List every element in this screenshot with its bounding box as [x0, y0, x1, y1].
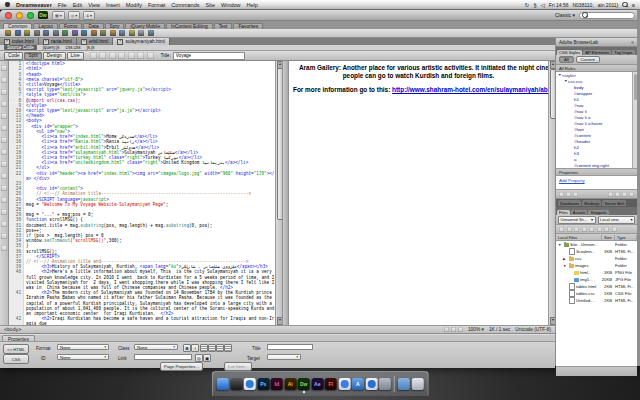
related-file-source-code[interactable]: Source Code: [4, 45, 37, 50]
dock-icon-photoshop[interactable]: Ps: [257, 378, 269, 390]
preview-in-browser-icon[interactable]: [99, 52, 106, 59]
comment-icon[interactable]: [110, 30, 116, 36]
file-row[interactable]: 3coulmn...3KBHTML Fi...: [556, 248, 637, 255]
refresh-icon[interactable]: [109, 52, 116, 59]
document-tab-sulaymaniyah.html[interactable]: ×sulaymaniyah.html: [113, 38, 170, 45]
menu-view[interactable]: View: [88, 2, 100, 8]
panel-tab-bindings[interactable]: Bindings: [582, 200, 601, 206]
select-parent-tag-icon[interactable]: [1, 125, 7, 131]
input-menu-icon[interactable]: §: [533, 2, 536, 8]
column-header-size[interactable]: Size: [602, 235, 615, 240]
menu-help[interactable]: Help: [247, 2, 258, 8]
split-view-button[interactable]: Split: [24, 52, 41, 60]
dock-icon-documents-folder[interactable]: [398, 378, 410, 390]
all-rules-button[interactable]: All: [559, 56, 574, 63]
panel-menu-icon[interactable]: ≡: [631, 40, 634, 45]
close-tab-icon[interactable]: ×: [117, 39, 123, 45]
css-rule[interactable]: #content img.right: [556, 162, 637, 168]
head-icon[interactable]: [119, 30, 125, 36]
format-select[interactable]: None▾: [57, 344, 109, 350]
file-row[interactable]: Untitled-...2KBHTML Fi...: [556, 297, 637, 304]
menu-insert[interactable]: Insert: [106, 2, 120, 8]
apply-comment-icon[interactable]: [1, 185, 7, 191]
remove-blockquote-icon[interactable]: [224, 344, 232, 352]
menu-site[interactable]: Site: [205, 2, 214, 8]
server-include-icon[interactable]: [100, 30, 106, 36]
document-tab-erbil.html[interactable]: ×erbil.html: [77, 38, 113, 45]
unordered-list-icon[interactable]: [200, 344, 208, 352]
expand-all-icon[interactable]: [1, 113, 7, 119]
show-code-navigator-icon[interactable]: [1, 77, 7, 83]
show-only-set-icon[interactable]: [573, 192, 578, 197]
menu-file[interactable]: File: [58, 2, 67, 8]
view-options-icon[interactable]: [118, 52, 125, 59]
dock-icon-indesign[interactable]: Id: [271, 378, 283, 390]
menu-format[interactable]: Format: [148, 2, 165, 8]
code-scrollbar[interactable]: ▲ ▼: [275, 61, 282, 325]
document-tab-rania.html[interactable]: ×rania.html: [39, 38, 77, 45]
design-hotel-link[interactable]: http://www.shahram-hotel.com/en/sulayman…: [392, 86, 548, 93]
tree-expander-icon[interactable]: ▼: [563, 264, 567, 268]
file-row[interactable]: img1...20KBJPG File: [556, 276, 637, 283]
new-css-rule-icon[interactable]: [615, 192, 620, 197]
window-titlebar[interactable]: Dw ▦▾◎▾&▾ Classic ▾: [0, 10, 640, 21]
panel-tab-tag-inspe[interactable]: Tag Inspe: [612, 50, 634, 56]
attach-stylesheet-icon[interactable]: [608, 192, 613, 197]
bold-icon[interactable]: B: [183, 344, 191, 352]
script-icon[interactable]: [129, 30, 135, 36]
menu-window[interactable]: Window: [221, 2, 241, 8]
check-out-icon[interactable]: [597, 227, 602, 232]
dock-icon-dashboard[interactable]: [230, 378, 242, 390]
refresh-icon[interactable]: [567, 227, 572, 232]
templates-icon[interactable]: [138, 30, 144, 36]
show-list-view-icon[interactable]: [566, 192, 571, 197]
remove-comment-icon[interactable]: [1, 197, 7, 203]
target-select[interactable]: ▾: [267, 354, 301, 360]
menubar-user[interactable]: N038110,: [572, 2, 593, 8]
volume-icon[interactable]: ◁: [541, 2, 545, 8]
edit-rule-icon[interactable]: [622, 192, 627, 197]
zoom-tool-icon[interactable]: [458, 327, 463, 332]
file-row[interactable]: tables.html2KBHTML Fi...: [556, 283, 637, 290]
dock-icon-app-store[interactable]: A: [352, 378, 364, 390]
class-select[interactable]: None▾: [134, 344, 178, 350]
italic-icon[interactable]: I: [191, 344, 199, 352]
get-files-icon[interactable]: [582, 227, 587, 232]
code-view-button[interactable]: Code: [4, 52, 23, 60]
code-view[interactable]: 1<!doctype html>2<html>3<head>4<meta cha…: [9, 61, 275, 325]
ordered-list-icon[interactable]: [208, 344, 216, 352]
insert-div-tag-icon[interactable]: [53, 30, 59, 36]
panel-tab-server-beh[interactable]: Server Beh: [602, 200, 626, 206]
wrap-tag-icon[interactable]: [1, 209, 7, 215]
tag-chooser-icon[interactable]: [148, 30, 154, 36]
sync-icon[interactable]: ↻: [525, 2, 530, 8]
code-design-splitter[interactable]: [282, 61, 289, 325]
validate-markup-icon[interactable]: [137, 52, 144, 59]
title-field-input[interactable]: [267, 344, 313, 350]
related-file-jquery.js[interactable]: jquery.js: [43, 45, 60, 50]
panel-tab-databases[interactable]: Databases: [558, 200, 581, 206]
put-files-icon[interactable]: [589, 227, 594, 232]
dock-icon-trash[interactable]: [411, 378, 423, 390]
close-tab-icon[interactable]: ×: [43, 39, 49, 45]
site-select[interactable]: Unnamed Sit...▾: [558, 216, 596, 224]
design-view-button[interactable]: Design: [43, 52, 66, 60]
apple-menu-icon[interactable]: [5, 2, 10, 7]
show-category-view-icon[interactable]: [559, 192, 564, 197]
visual-aids-icon[interactable]: [128, 52, 135, 59]
tag-selector[interactable]: <body>: [4, 327, 21, 332]
live-view-button[interactable]: Live: [67, 52, 84, 60]
browse-folder-icon[interactable]: ▣: [203, 354, 211, 362]
site-menu-icon[interactable]: &▾: [83, 11, 95, 20]
point-to-file-icon[interactable]: ◎: [195, 354, 203, 362]
menu-edit[interactable]: Edit: [73, 2, 82, 8]
expand-panel-icon[interactable]: [612, 227, 617, 232]
notification-list-icon[interactable]: ≡: [632, 2, 635, 8]
move-css-icon[interactable]: [1, 233, 7, 239]
spotlight-icon[interactable]: [622, 2, 628, 8]
dock-icon-safari[interactable]: [244, 378, 256, 390]
add-property-link[interactable]: Add Property: [559, 178, 585, 183]
document-tab-index.html[interactable]: ×index.html: [0, 38, 39, 45]
open-documents-icon[interactable]: [1, 65, 7, 71]
workspace-switcher[interactable]: Classic ▾: [555, 12, 575, 18]
